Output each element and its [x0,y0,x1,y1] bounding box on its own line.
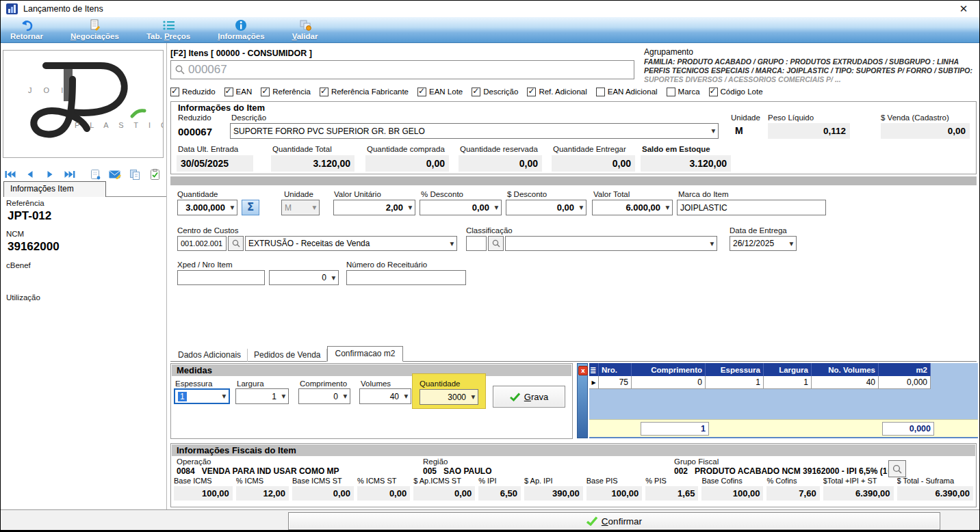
copy-document-button[interactable] [128,168,142,181]
tab-confirmacao-m2[interactable]: Confirmacao m2 [327,346,402,362]
valor-unitario-combobox[interactable]: 2,00 ▼ [333,200,415,215]
item-info-group: Informações do Item Reduzido Descrição 0… [170,101,977,174]
previous-record-button[interactable] [23,168,37,181]
checklist-button[interactable] [148,168,162,181]
xped-num-combobox[interactable]: 0 ▼ [269,270,339,285]
quantidade-label: Quantidade [177,190,218,198]
chevron-down-icon: ▼ [406,200,415,215]
data-entrega-combobox[interactable]: 26/12/2025 ▼ [730,236,797,251]
quantidade-combobox[interactable]: 3.000,000 ▼ [177,200,237,215]
grid-col-header-nro-[interactable]: Nro. [599,363,632,376]
filter-c-digo-lote[interactable]: ✓Código Lote [709,88,763,96]
checked-checkbox-icon[interactable]: ✓ [320,88,328,96]
filter-marca[interactable]: Marca [667,88,700,96]
chevron-down-icon: ▼ [448,237,456,250]
grid-col-header-m2[interactable]: m2 [879,363,931,376]
item-search-input[interactable] [188,63,630,77]
filter-ean-lote[interactable]: ✓EAN Lote [417,88,463,96]
new-document-button[interactable] [88,168,102,181]
sum-quantity-button[interactable]: Σ [242,200,259,215]
grid-col-header-largura[interactable]: Largura [764,363,812,376]
checked-checkbox-icon[interactable]: ✓ [417,88,426,96]
negociacoes-button[interactable]: Negociações [70,19,119,40]
retornar-button[interactable]: Retornar [10,19,43,40]
medidas-quantidade-combobox[interactable]: 3000 ▼ [420,389,478,405]
unchecked-checkbox-icon[interactable] [667,88,675,96]
grupo-fiscal-lookup-button[interactable] [888,460,906,477]
espessura-combobox[interactable]: 1 ▼ [174,388,230,404]
classificacao-lookup-button[interactable] [488,236,504,251]
pct-desconto-combobox[interactable]: 0,00 ▼ [420,200,502,215]
filter-ean-adicional[interactable]: EAN Adicional [596,88,658,96]
volumes-combobox[interactable]: 40 ▼ [359,388,411,404]
utilizacao-label: Utilização [6,293,40,302]
fiscal-field-value: 100,00 [701,486,763,501]
centro-custos-lookup-button[interactable] [228,236,244,251]
centro-custos-combobox[interactable]: EXTRUSÃO - Receitas de Venda ▼ [245,236,457,251]
classificacao-combobox[interactable]: ▼ [505,236,717,251]
comprimento-total-value: 1 [641,422,709,436]
checked-checkbox-icon[interactable]: ✓ [527,88,536,96]
tab-dados-adicionais[interactable]: Dados Adicionais [172,349,248,362]
agrupamento-text: FAMILIA: PRODUTO ACABADO / GRUPO : PRODU… [644,57,979,83]
tab-pedidos-de-venda[interactable]: Pedidos de Venda [248,349,327,362]
checked-checkbox-icon[interactable]: ✓ [224,88,233,96]
checked-checkbox-icon[interactable]: ✓ [261,88,270,96]
tab-informacoes-item[interactable]: Informações Item [3,181,106,197]
table-row[interactable]: ▶75011400,000 [589,376,931,389]
grid-cell: 40 [812,376,879,389]
grid-cell: 0 [632,376,706,389]
last-record-button[interactable] [63,168,77,181]
centro-custos-code-input[interactable] [177,236,227,251]
delete-row-button[interactable]: x [578,366,588,375]
valor-total-combobox[interactable]: 6.000,00 ▼ [592,200,673,215]
svg-text:J O I: J O I [28,86,68,94]
unchecked-checkbox-icon[interactable] [596,88,605,96]
largura-combobox[interactable]: 1 ▼ [235,388,289,404]
chevron-down-icon: ▼ [709,124,718,138]
informacoes-button[interactable]: Informações [218,19,264,40]
entry-unidade-combobox[interactable]: M ▼ [281,200,320,215]
marca-item-input[interactable] [677,200,826,215]
undo-arrow-icon [20,19,34,31]
grid-col-header-comprimento[interactable]: Comprimento [632,363,706,376]
filter-refer-ncia[interactable]: ✓Referência [261,88,311,96]
classificacao-label: Classificação [466,226,513,235]
fiscal-field-base-icms: Base ICMS100,00 [174,477,233,501]
confirmar-button[interactable]: Confirmar [288,512,940,530]
xped-input[interactable] [177,270,265,285]
filter-refer-ncia-fabricante[interactable]: ✓Referência Fabricante [320,88,409,96]
comprimento-combobox[interactable]: 0 ▼ [298,388,350,404]
next-record-button[interactable] [43,168,57,181]
grava-button[interactable]: Grava [493,386,565,408]
unidade-label: Unidade [731,114,760,122]
fiscal-field-base-cofins: Base Cofins100,00 [701,477,763,501]
checked-checkbox-icon[interactable]: ✓ [170,88,179,96]
xped-label: Xped / Nro Item [177,261,233,269]
grid-header-row: ≣Nro.ComprimentoEspessuraLarguraNo. Volu… [589,363,931,376]
descricao-combobox[interactable]: SUPORTE FORRO PVC SUPERIOR GR. BR GELO ▼ [230,123,719,139]
grid-col-header-espessura[interactable]: Espessura [706,363,764,376]
mail-button[interactable] [108,168,122,181]
classificacao-code-input[interactable] [466,236,487,251]
validar-button[interactable]: Validar [292,19,318,40]
close-button[interactable]: ✕ [956,2,971,16]
quantidade-total-value: 3.120,00 [271,155,354,172]
filter-ean[interactable]: ✓EAN [224,88,253,96]
marca-item-label: Marca do Item [678,190,729,198]
grid-side-strip: x [577,363,588,438]
fiscal-field--total-suframa: $ Total - Suframa6.390,00 [897,477,973,501]
first-record-button[interactable] [3,168,17,181]
filter-descri-o[interactable]: ✓Descrição [472,88,518,96]
filter-ref-adicional[interactable]: ✓Ref. Adicional [527,88,586,96]
filter-reduzido[interactable]: ✓Reduzido [170,88,216,96]
filter-label: Ref. Adicional [539,88,586,96]
receituario-input[interactable] [346,270,466,285]
checked-checkbox-icon[interactable]: ✓ [709,88,718,96]
vlr-desconto-combobox[interactable]: 0,00 ▼ [506,200,586,215]
fiscal-field-label: % ICMS ST [357,477,410,485]
checked-checkbox-icon[interactable]: ✓ [472,88,480,96]
grid-col-header-no-volumes[interactable]: No. Volumes [812,363,879,376]
tab-precos-button[interactable]: Tab. Preços [146,19,190,40]
espessura-value: 1 [178,392,187,401]
